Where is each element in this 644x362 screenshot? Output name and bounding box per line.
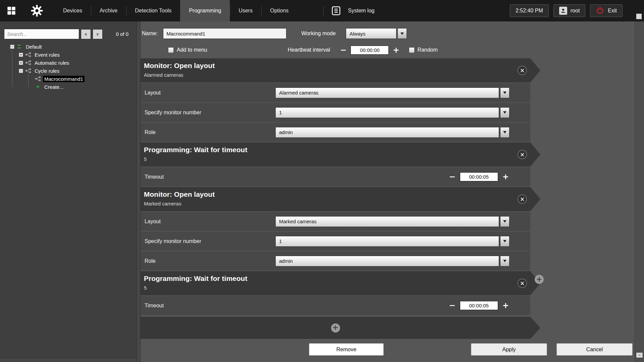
macro-editor: Name: Working mode Always Add to menu He… [141,21,635,362]
timeout-input[interactable] [460,172,498,181]
add-to-menu-checkbox[interactable] [168,47,174,53]
layout-dropdown[interactable]: Alarmed cameras [275,87,509,98]
increment-button[interactable]: + [502,173,509,181]
chevron-down-icon[interactable] [500,236,509,247]
remove-button[interactable]: Remove [309,343,384,356]
tree-item-default[interactable]: − Default [10,43,137,51]
tree-item-event-rules[interactable]: + Event rules [19,51,137,59]
action-title: Monitor: Open layout [144,190,540,198]
heartbeat-increment-button[interactable]: + [393,46,399,54]
close-icon: × [520,280,525,287]
chevron-down-icon[interactable] [500,87,509,98]
apply-button[interactable]: Apply [471,343,547,356]
random-checkbox[interactable] [409,47,415,53]
exit-button[interactable]: Exit [590,4,623,17]
tree-item-create[interactable]: + Create... [35,83,137,91]
remove-action-button[interactable]: × [518,279,527,288]
monitor-number-dropdown[interactable]: 1 [275,107,509,118]
insert-action-button[interactable]: + [535,275,544,284]
right-scrollbar[interactable]: − [635,21,644,362]
expander-icon[interactable]: − [19,69,23,73]
tab-programming[interactable]: Programming [180,0,230,21]
tab-options[interactable]: Options [261,0,297,21]
timeout-stepper: − + [449,172,509,181]
tree-scrollbar-horizontal[interactable] [0,358,137,362]
remove-action-button[interactable]: × [518,194,527,204]
search-next-button[interactable]: ∨ [93,29,103,39]
action-blocks: Monitor: Open layout Alarmed cameras × L… [141,58,540,339]
add-action-button[interactable]: + [331,323,340,333]
current-user-button[interactable]: root [553,4,586,17]
param-row: Timeout − + [141,296,530,315]
macro-name-input[interactable] [163,28,286,39]
chevron-down-icon[interactable] [397,28,407,39]
layout-dropdown[interactable]: Marked cameras [275,216,509,227]
action-header[interactable]: Programming: Wait for timeout 5 × [141,271,540,295]
tab-devices[interactable]: Devices [54,0,91,21]
gear-icon [31,4,43,17]
tree-label: Automatic rules [33,60,70,66]
param-label: Timeout [145,303,275,309]
chevron-down-icon[interactable] [500,107,509,118]
decrement-button[interactable]: − [449,173,455,181]
sidebar-splitter[interactable] [137,21,141,362]
working-mode-dropdown[interactable]: Always [346,28,407,39]
action-header[interactable]: Monitor: Open layout Marked cameras × [141,187,540,211]
increment-button[interactable]: + [502,302,509,309]
timeout-input[interactable] [460,301,498,310]
rule-icon [25,52,31,58]
chevron-down-icon[interactable] [500,216,509,227]
expander-icon[interactable]: − [10,45,14,49]
expander-icon[interactable]: + [19,61,23,65]
role-dropdown[interactable]: admin [275,256,509,266]
action-subtitle: Marked cameras [144,201,540,206]
timeout-stepper: − + [449,301,509,310]
collapse-minus-button[interactable]: − [636,352,643,358]
search-counter: 0 of 0 [116,31,133,37]
role-dropdown[interactable]: admin [275,127,509,138]
chevron-down-icon[interactable] [500,127,509,138]
cancel-button[interactable]: Cancel [556,343,633,356]
tree-item-automatic-rules[interactable]: + Automatic rules [19,59,137,67]
heartbeat-decrement-button[interactable]: − [340,46,346,54]
remove-action-button[interactable]: × [518,66,527,75]
panel-corner-button[interactable] [636,13,642,19]
settings-button[interactable] [30,3,44,18]
expander-icon[interactable]: + [19,53,23,57]
tree-item-cycle-rules[interactable]: − Cycle rules [19,67,137,75]
action-block: Monitor: Open layout Alarmed cameras × L… [141,58,540,142]
system-log-button[interactable]: System log [316,0,374,21]
user-badge [559,7,567,15]
param-row: Timeout − + [141,167,530,186]
heartbeat-label: Heartbeat interval [288,47,330,53]
param-row: Specify monitor number 1 [141,232,530,251]
heartbeat-input[interactable] [351,46,389,55]
user-name: root [571,8,580,14]
decrement-button[interactable]: − [449,302,455,309]
param-label: Role [145,258,275,264]
action-header[interactable]: Monitor: Open layout Alarmed cameras × [141,58,540,82]
search-input[interactable] [4,29,79,39]
rule-icon [25,68,31,74]
dropdown-value: 1 [275,236,499,247]
chevron-down-icon[interactable] [500,256,509,266]
action-header[interactable]: Programming: Wait for timeout 5 × [141,142,540,167]
monitor-number-dropdown[interactable]: 1 [275,236,509,247]
param-row: Role admin [141,123,530,142]
add-action-bar: + [141,317,540,339]
tree-label: Create... [43,84,65,90]
param-label: Specify monitor number [145,110,275,116]
top-bar: Devices Archive Detection Tools Programm… [0,0,644,21]
apps-grid-button[interactable] [5,4,18,17]
tab-users[interactable]: Users [230,0,261,21]
clock-text: 2:52:40 PM [516,8,543,14]
search-row: ∧ ∨ 0 of 0 [4,29,133,39]
tab-detection-tools[interactable]: Detection Tools [126,0,180,21]
power-icon [596,6,604,15]
remove-action-button[interactable]: × [518,150,527,159]
tree-item-macrocommand1[interactable]: Macrocommand1 [35,75,137,83]
action-title: Programming: Wait for timeout [144,275,540,283]
search-prev-button[interactable]: ∧ [81,29,91,39]
tab-archive[interactable]: Archive [91,0,126,21]
clock-display: 2:52:40 PM [510,4,549,17]
